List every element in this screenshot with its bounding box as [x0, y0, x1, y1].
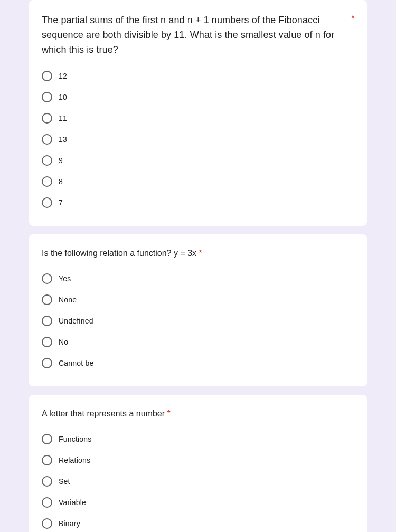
radio-icon	[42, 197, 52, 208]
options-group: Functions Relations Set Variable Binary	[42, 429, 354, 532]
radio-icon	[42, 134, 52, 145]
option-label: Cannot be	[59, 359, 93, 367]
required-asterisk: *	[165, 409, 171, 418]
radio-icon	[42, 155, 52, 166]
option-row[interactable]: 13	[42, 129, 354, 150]
option-label: Functions	[59, 435, 92, 443]
option-label: No	[59, 338, 68, 346]
radio-icon	[42, 273, 52, 284]
radio-icon	[42, 113, 52, 124]
option-row[interactable]: Cannot be	[42, 353, 354, 374]
option-label: Set	[59, 477, 70, 486]
option-label: Binary	[59, 519, 80, 528]
radio-icon	[42, 434, 52, 444]
option-row[interactable]: Functions	[42, 429, 354, 450]
option-row[interactable]: Relations	[42, 450, 354, 471]
option-label: 7	[59, 198, 63, 207]
option-row[interactable]: None	[42, 289, 354, 310]
question-text: Is the following relation a function? y …	[42, 247, 354, 260]
radio-icon	[42, 92, 52, 102]
question-card: Is the following relation a function? y …	[29, 234, 367, 386]
radio-icon	[42, 176, 52, 187]
radio-icon	[42, 294, 52, 305]
option-label: 10	[59, 93, 67, 101]
option-row[interactable]: Binary	[42, 513, 354, 532]
radio-icon	[42, 497, 52, 508]
question-card: The partial sums of the first n and n + …	[29, 0, 367, 226]
required-asterisk: *	[352, 13, 354, 23]
radio-icon	[42, 455, 52, 466]
option-label: 13	[59, 135, 67, 144]
radio-icon	[42, 358, 52, 368]
question-text-content: A letter that represents a number	[42, 409, 165, 418]
radio-icon	[42, 71, 52, 81]
radio-icon	[42, 518, 52, 529]
form-container: The partial sums of the first n and n + …	[29, 0, 367, 532]
question-card: A letter that represents a number * Func…	[29, 395, 367, 532]
question-header: A letter that represents a number *	[42, 407, 354, 420]
option-row[interactable]: 9	[42, 150, 354, 171]
required-asterisk: *	[199, 249, 202, 258]
option-row[interactable]: 10	[42, 87, 354, 108]
option-row[interactable]: Variable	[42, 492, 354, 513]
option-label: 8	[59, 177, 63, 186]
option-row[interactable]: Set	[42, 471, 354, 492]
option-row[interactable]: 8	[42, 171, 354, 192]
option-label: 9	[59, 156, 63, 165]
radio-icon	[42, 316, 52, 326]
option-label: Yes	[59, 274, 71, 283]
option-row[interactable]: Undefined	[42, 310, 354, 331]
radio-icon	[42, 476, 52, 487]
option-row[interactable]: 12	[42, 65, 354, 87]
option-row[interactable]: 7	[42, 192, 354, 213]
option-row[interactable]: Yes	[42, 268, 354, 289]
question-header: The partial sums of the first n and n + …	[42, 13, 354, 57]
options-group: Yes None Undefined No Cannot be	[42, 268, 354, 374]
question-header: Is the following relation a function? y …	[42, 247, 354, 260]
question-text-content: Is the following relation a function? y …	[42, 249, 196, 258]
option-label: 11	[59, 114, 67, 122]
option-label: None	[59, 296, 77, 304]
options-group: 12 10 11 13 9 8	[42, 65, 354, 213]
question-text: A letter that represents a number *	[42, 407, 354, 420]
option-label: Relations	[59, 456, 90, 464]
option-row[interactable]: 11	[42, 108, 354, 129]
question-text: The partial sums of the first n and n + …	[42, 13, 339, 57]
option-label: 12	[59, 72, 67, 80]
radio-icon	[42, 337, 52, 347]
option-label: Undefined	[59, 317, 93, 325]
option-label: Variable	[59, 498, 86, 507]
option-row[interactable]: No	[42, 331, 354, 353]
